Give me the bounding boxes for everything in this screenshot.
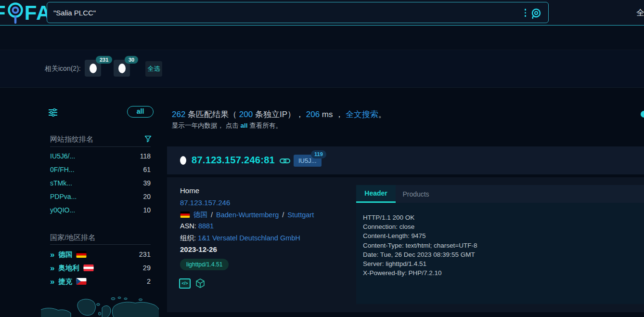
fingerprint-link[interactable]: 0F/FH...	[50, 166, 75, 173]
http-header-line: Date: Tue, 26 Dec 2023 08:39:55 GMT	[363, 250, 644, 259]
country-row: » 奥地利 29	[50, 263, 151, 273]
country-rank-title: 国家/地区排名	[50, 233, 95, 242]
expand-chevron-icon[interactable]: »	[50, 264, 54, 272]
favicon-icon	[90, 64, 97, 73]
country-count: 29	[143, 264, 151, 272]
result-card-body: Home 87.123.157.246 德国 / Baden-Wurttembe…	[167, 177, 644, 312]
org-link[interactable]: 1&1 Versatel Deutschland GmbH	[198, 234, 300, 242]
search-bar	[47, 2, 549, 23]
results-summary: 262 条匹配结果（ 200 条独立IP）， 206 ms ， 全文搜索。	[172, 109, 386, 120]
fingerprint-row: 0F/FH... 61	[50, 165, 151, 174]
fingerprint-count: 118	[140, 152, 151, 160]
floating-action-button[interactable]	[641, 111, 644, 118]
http-header-line: Content-Length: 9475	[363, 231, 644, 240]
country-link[interactable]: 德国	[58, 250, 72, 259]
expand-chevron-icon[interactable]: »	[50, 277, 54, 286]
geo-row: 德国 / Baden-Wurttemberg / Stuttgart	[180, 210, 314, 219]
http-header-line: Server: lighttpd/1.4.51	[363, 259, 644, 268]
source-code-icon[interactable]: </>	[179, 278, 191, 289]
fingerprint-link[interactable]: PDPva...	[50, 193, 77, 200]
fingerprint-count: 10	[143, 206, 151, 214]
select-all-button[interactable]: 全选	[145, 61, 162, 77]
fingerprint-count: 20	[143, 193, 151, 200]
search-icon[interactable]	[530, 7, 542, 20]
tab-products[interactable]: Products	[396, 185, 436, 203]
query-time: 206	[306, 110, 320, 119]
country-count: 231	[139, 251, 151, 258]
site-title: Home	[180, 186, 199, 195]
org-label: 组织:	[180, 234, 198, 242]
fingerprint-count: 61	[143, 166, 151, 173]
country-link[interactable]: 捷克	[58, 277, 72, 286]
cube-icon[interactable]	[195, 278, 206, 289]
fingerprint-rank-title: 网站指纹排名	[50, 135, 93, 144]
ip-link[interactable]: 87.123.157.246	[180, 198, 230, 207]
tab-header[interactable]: Header	[356, 185, 396, 203]
fofa-search-page: F FA 全 相关icon(2): 231	[0, 0, 644, 317]
fingerprint-count: 39	[143, 179, 151, 187]
server-tag[interactable]: lighttpd/1.4.51	[180, 259, 229, 270]
filter-sliders-icon[interactable]	[48, 108, 58, 117]
expand-chevron-icon[interactable]: »	[50, 251, 54, 259]
http-header-line: Connection: close	[363, 222, 644, 231]
divider	[50, 146, 151, 147]
fingerprint-row: IU5J6/... 118	[50, 151, 151, 161]
favicon-icon	[180, 156, 186, 165]
fingerprint-link[interactable]: sTMk...	[50, 179, 72, 187]
fingerprint-link[interactable]: y0QIO...	[50, 206, 75, 214]
http-header-line: HTTP/1.1 200 OK	[363, 213, 644, 222]
asn-label: ASN:	[180, 222, 198, 230]
country-count: 2	[147, 277, 151, 285]
http-header-panel: HTTP/1.1 200 OK Connection: close Conten…	[356, 203, 644, 304]
fofa-logo[interactable]: F FA	[0, 0, 51, 26]
fingerprint-row: PDPva... 20	[50, 192, 151, 201]
austria-flag-icon	[83, 264, 94, 271]
fofa-o-icon	[7, 1, 24, 25]
asn-link[interactable]: 8881	[198, 222, 214, 230]
czech-flag-icon	[76, 278, 87, 285]
results-hint: 显示一年内数据， 点击 all 查看所有。	[172, 121, 282, 130]
fingerprint-badge-count: 119	[311, 150, 326, 158]
detail-tabs: Header Products	[356, 185, 644, 203]
host-link[interactable]: 87.123.157.246:81	[192, 155, 275, 166]
all-link[interactable]: all	[241, 122, 248, 129]
link-icon[interactable]	[280, 158, 290, 164]
card-action-icons: </>	[179, 278, 206, 289]
result-card-header: 87.123.157.246:81 IU5J... 119	[167, 146, 644, 174]
country-row: » 德国 231	[50, 249, 151, 260]
related-icons-label: 相关icon(2):	[45, 65, 81, 73]
nav-partial-text: 全	[636, 7, 644, 18]
country-row: » 捷克 2	[50, 276, 151, 287]
last-update-date: 2023-12-26	[180, 245, 217, 253]
funnel-filter-icon[interactable]	[144, 135, 152, 143]
http-header-line: Content-Type: text/html; charset=UTF-8	[363, 241, 644, 250]
fingerprint-row: sTMk... 39	[50, 178, 151, 188]
logo-letter-f: F	[0, 1, 6, 25]
sub-header-band	[0, 26, 644, 50]
more-options-icon[interactable]	[525, 9, 527, 17]
http-header-line: X-Powered-By: PHP/7.2.10	[363, 268, 644, 277]
fingerprint-row: y0QIO... 10	[50, 205, 151, 215]
geo-city-link[interactable]: Stuttgart	[287, 211, 314, 219]
fingerprint-link[interactable]: IU5J6/...	[50, 152, 75, 160]
world-map[interactable]	[41, 288, 159, 317]
geo-country-link[interactable]: 德国	[193, 210, 207, 219]
unique-ip-count: 200	[239, 110, 253, 119]
favicon-filter-2-count: 30	[125, 56, 138, 64]
germany-flag-icon	[180, 211, 190, 218]
geo-region-link[interactable]: Baden-Wurttemberg	[216, 211, 279, 219]
org-row: 组织: 1&1 Versatel Deutschland GmbH	[180, 234, 300, 243]
search-input[interactable]	[47, 2, 548, 23]
favicon-filter-1-count: 231	[96, 56, 112, 64]
top-bar: F FA 全	[0, 0, 644, 26]
germany-flag-icon	[76, 251, 87, 258]
fulltext-search-link[interactable]: 全文搜索	[346, 110, 378, 119]
asn-row: ASN: 8881	[180, 222, 214, 230]
divider	[50, 244, 151, 245]
favicon-icon	[118, 64, 126, 73]
country-link[interactable]: 奥地利	[58, 264, 79, 273]
related-icons-band: 相关icon(2): 231 30 全选	[0, 50, 644, 88]
match-count: 262	[172, 110, 185, 119]
all-filter-button[interactable]: all	[127, 106, 154, 118]
